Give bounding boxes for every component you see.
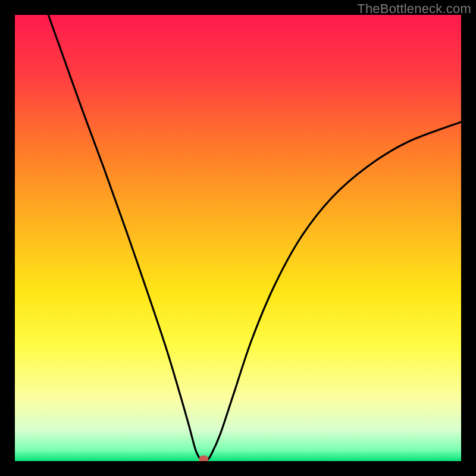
plot-area [15,15,461,461]
chart-background [15,15,461,461]
chart-svg [15,15,461,461]
chart-frame: TheBottleneck.com [0,0,476,476]
